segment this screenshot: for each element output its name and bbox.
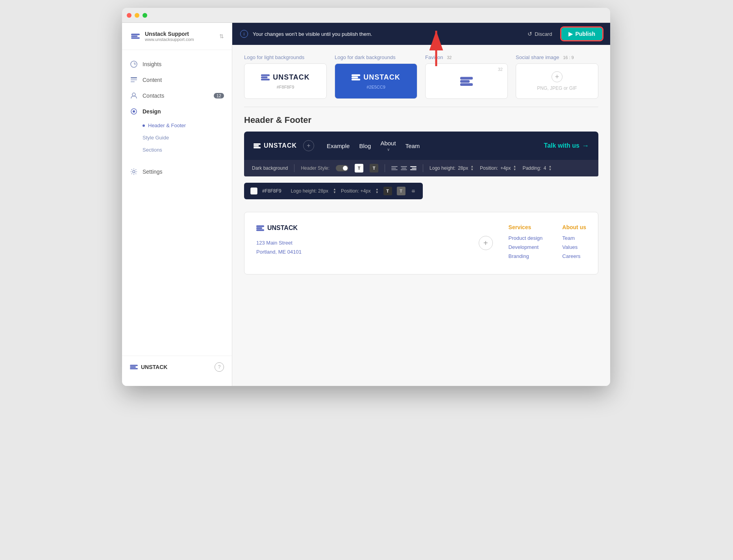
publish-button[interactable]: ▶ Publish	[561, 28, 602, 40]
social-card[interactable]: + PNG, JPEG or GIF	[516, 63, 598, 99]
footer-strikethrough[interactable]: ≡	[410, 187, 416, 195]
svg-rect-14	[261, 74, 270, 76]
content-icon	[130, 76, 138, 84]
brand-area[interactable]: Unstack Support www.unstacksupport.com ⇅	[122, 31, 232, 50]
text-style-light[interactable]: T	[355, 164, 363, 172]
svg-rect-25	[254, 147, 261, 148]
social-hint: PNG, JPEG or GIF	[537, 85, 577, 91]
dark-logo-color: #2E5CC9	[366, 85, 385, 89]
light-logo-card[interactable]: UNSTACK #F8F8F9	[244, 63, 327, 99]
services-item-0[interactable]: Product design	[509, 235, 543, 241]
address-line-2: Portland, ME 04101	[256, 247, 455, 256]
active-dot	[143, 124, 145, 127]
svg-point-9	[133, 110, 135, 113]
footer-position-stepper[interactable]: ▲ ▼	[376, 188, 379, 194]
favicon-size-top: 32	[498, 67, 503, 72]
logo-height-stepper[interactable]: ▲ ▼	[470, 165, 474, 171]
svg-rect-15	[261, 76, 268, 78]
about-col-title: About us	[562, 224, 586, 230]
section-title: Header & Footer	[244, 115, 598, 125]
light-logo-column: Logo for light backgrounds UNSTACK	[244, 54, 327, 99]
nav-example[interactable]: Example	[327, 143, 350, 149]
padding-group: Padding: 4 ▲ ▼	[522, 165, 552, 171]
about-item-1[interactable]: Values	[562, 244, 586, 250]
logo-height-value: 28px	[458, 165, 468, 171]
design-icon	[130, 108, 138, 115]
nav-team[interactable]: Team	[405, 143, 420, 149]
add-nav-button[interactable]: +	[303, 140, 314, 151]
favicon-card[interactable]: 32	[425, 63, 508, 99]
svg-rect-1	[131, 35, 138, 37]
position-group: Position: +4px ▲ ▼	[480, 165, 516, 171]
nav-blog[interactable]: Blog	[359, 143, 371, 149]
dark-logo: UNSTACK	[352, 73, 400, 82]
logo-grid: Logo for light backgrounds UNSTACK	[244, 54, 598, 99]
contacts-badge: 12	[214, 93, 224, 98]
align-left-button[interactable]	[391, 164, 399, 172]
align-right-button[interactable]	[409, 164, 416, 172]
minimize-button[interactable]	[135, 13, 139, 18]
sub-nav-header-footer[interactable]: Header & Footer	[143, 119, 232, 132]
sub-nav-sections[interactable]: Sections	[143, 144, 232, 156]
main-content: i Your changes won't be visible until yo…	[232, 23, 610, 386]
style-toggle[interactable]	[336, 165, 348, 171]
svg-rect-16	[261, 79, 270, 81]
close-button[interactable]	[127, 13, 131, 18]
section-divider	[244, 107, 598, 107]
position-stepper[interactable]: ▲ ▼	[513, 165, 516, 171]
padding-stepper[interactable]: ▲ ▼	[548, 165, 552, 171]
header-logo-text: UNSTACK	[264, 142, 297, 149]
brand-chevron-icon: ⇅	[219, 33, 224, 39]
services-item-1[interactable]: Development	[509, 244, 543, 250]
dark-logo-card[interactable]: UNSTACK #2E5CC9	[335, 63, 417, 99]
add-social-icon: +	[552, 71, 563, 82]
svg-rect-4	[131, 77, 137, 78]
sidebar-item-contacts[interactable]: Contacts 12	[122, 88, 232, 104]
footer-text-dark[interactable]: T	[383, 187, 392, 195]
sub-nav-style-guide[interactable]: Style Guide	[143, 132, 232, 144]
header-nav: Example Blog About ∨ Team	[327, 140, 538, 152]
svg-rect-17	[352, 74, 360, 76]
text-style-dark[interactable]: T	[370, 164, 378, 172]
divider2	[385, 164, 385, 172]
header-controls: Dark background Header Style: T T	[244, 160, 598, 176]
contacts-icon	[130, 92, 138, 100]
sidebar-item-settings[interactable]: Settings	[122, 164, 232, 180]
about-item-0[interactable]: Team	[562, 235, 586, 241]
design-sub-nav: Header & Footer Style Guide Sections	[122, 119, 232, 156]
footer-brand: UNSTACK	[130, 363, 167, 371]
light-logo-text: UNSTACK	[273, 73, 310, 82]
footer-logo-text-display: UNSTACK	[267, 224, 298, 232]
dark-logo-text: UNSTACK	[363, 73, 400, 82]
brand-icon	[130, 31, 141, 42]
discard-button[interactable]: ↺ Discard	[523, 28, 557, 39]
about-item-2[interactable]: Careers	[562, 253, 586, 259]
svg-rect-21	[460, 80, 470, 83]
style-guide-label: Style Guide	[143, 135, 169, 141]
sidebar-item-content[interactable]: Content	[122, 72, 232, 88]
divider	[294, 164, 294, 172]
align-buttons	[391, 164, 416, 172]
nav-about[interactable]: About ∨	[380, 140, 396, 152]
sidebar-item-insights[interactable]: Insights	[122, 56, 232, 72]
sidebar-item-design[interactable]: Design	[122, 104, 232, 119]
footer-col-services: Services Product design Development Bran…	[509, 224, 543, 262]
favicon-size-label: 32	[447, 55, 452, 60]
footer-color-bar[interactable]: #F8F8F9 Logo height: 28px ▲ ▼ Position: …	[244, 183, 423, 199]
svg-rect-22	[460, 83, 473, 86]
help-button[interactable]: ?	[215, 362, 224, 372]
page-content: Logo for light backgrounds UNSTACK	[232, 45, 610, 284]
footer-text-light[interactable]: T	[397, 187, 405, 195]
bg-label: Dark background	[252, 165, 288, 171]
align-center-button[interactable]	[400, 164, 408, 172]
footer-height-stepper[interactable]: ▲ ▼	[333, 188, 336, 194]
notification-message: Your changes won't be visible until you …	[253, 31, 518, 37]
light-logo: UNSTACK	[261, 73, 310, 82]
cta-link[interactable]: Talk with us →	[544, 142, 589, 150]
light-logo-color: #F8F8F9	[277, 85, 294, 89]
svg-rect-28	[256, 229, 264, 231]
services-item-2[interactable]: Branding	[509, 253, 543, 259]
design-label: Design	[143, 108, 161, 115]
add-footer-section-button[interactable]: +	[479, 236, 493, 250]
maximize-button[interactable]	[143, 13, 147, 18]
